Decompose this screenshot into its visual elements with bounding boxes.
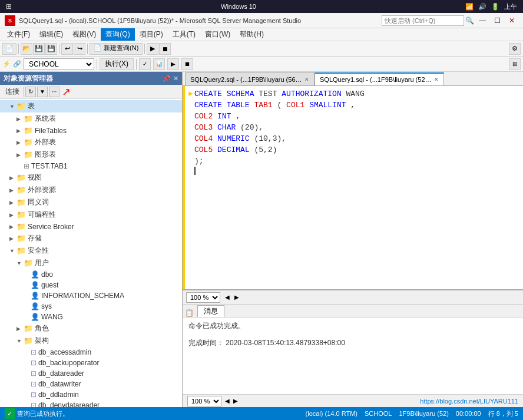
menu-view[interactable]: 视图(V) [68,28,101,41]
tab-sqlquery1-close[interactable]: ✕ [434,77,439,82]
folder-icon-prog: 📁 [16,210,26,219]
code-editor[interactable]: ► CREATE SCHEMA TEST AUTHORIZATION WANG … [183,86,523,289]
run-btn[interactable]: ▶ [167,58,179,70]
tree-item-test-tab1[interactable]: ⊞ TEST.TAB1 [0,161,182,171]
result-scroll-left[interactable]: ◀ [225,398,230,404]
close-btn[interactable]: ✕ [505,15,518,26]
tree-item-external-tables[interactable]: ▶ 📁 外部表 [0,136,182,148]
expand-icon-storage[interactable]: ▶ [9,236,16,242]
display-results-btn[interactable]: 📊 [153,58,165,70]
tree-item-roles[interactable]: ▶ 📁 角色 [0,322,182,335]
tab-sqlquery2[interactable]: SQLQuery2.sql - (...1F9B\liuyaru (56))* … [185,72,315,85]
expand-icon-filetables[interactable]: ▶ [16,128,24,134]
menu-query[interactable]: 查询(Q) [101,28,134,41]
tree-item-info-schema[interactable]: 👤 INFORMATION_SCHEMA [0,290,182,301]
db-selector[interactable]: SCHOOL [24,58,94,70]
menu-tools[interactable]: 工具(T) [168,28,200,41]
menu-edit[interactable]: 编辑(E) [35,28,68,41]
result-zoom-selector[interactable]: 100 % [187,396,221,406]
maximize-btn[interactable]: ☐ [491,15,504,26]
line-content-5: COL4 NUMERIC (10,3), [194,133,286,144]
expand-icon-views[interactable]: ▶ [9,175,16,181]
menu-help[interactable]: 帮助(H) [235,28,269,41]
explorer-close-icon[interactable]: ✕ [173,75,178,82]
tree-item-db-accessadmin[interactable]: ⊡ db_accessadmin [0,347,182,358]
stop-btn[interactable]: ⏹ [159,43,171,55]
expand-icon-security[interactable]: ▼ [9,248,16,254]
save-all-btn[interactable]: 💾 [45,43,57,55]
new-query-text-btn[interactable]: 📄 新建查询(N) [90,43,143,55]
tree-item-wang[interactable]: 👤 WANG [0,312,182,322]
save-btn[interactable]: 💾 [33,43,45,55]
tree-item-views[interactable]: ▶ 📁 视图 [0,171,182,184]
win-start-icon[interactable]: ⊞ [6,2,12,11]
menu-window[interactable]: 窗口(W) [200,28,235,41]
db-backupoperator-label: db_backupoperator [38,359,99,367]
result-scroll-right[interactable]: ▶ [233,398,238,404]
main-content: 对象资源管理器 📌 ✕ 连接 ↻ ▼ ··· ↗ ▼ 📁 表 [0,72,523,407]
parse-btn[interactable]: ✓ [139,58,151,70]
tab-sqlquery2-close[interactable]: ✕ [304,77,309,82]
tree-item-sys[interactable]: 👤 sys [0,301,182,312]
expand-icon-sb[interactable]: ▶ [9,224,16,230]
explorer-refresh-btn[interactable]: ↻ [25,87,36,97]
tree-item-filetables[interactable]: ▶ 📁 FileTables [0,125,182,136]
open-btn[interactable]: 📂 [21,43,32,55]
users-label: 用户 [35,258,49,268]
tree-item-security[interactable]: ▼ 📁 安全性 [0,244,182,257]
cancel-btn[interactable]: ⏹ [181,58,193,70]
tree-item-storage[interactable]: ▶ 📁 存储 [0,232,182,244]
expand-icon-external[interactable]: ▶ [16,140,24,145]
explorer-pin-icon[interactable]: 📌 [163,75,171,82]
menu-file[interactable]: 文件(F) [2,28,35,41]
tree-item-system-tables[interactable]: ▶ 📁 系统表 [0,113,182,125]
exec-button[interactable]: 执行(X) [100,58,134,70]
tree-item-db-denydatareader[interactable]: ⊡ db_denydatareader [0,400,182,407]
tree-item-users[interactable]: ▼ 📁 用户 [0,257,182,269]
tree-item-db-ddladmin[interactable]: ⊡ db_ddladmin [0,389,182,400]
quick-search-input[interactable] [382,15,464,26]
tree-item-tables[interactable]: ▼ 📁 表 [0,100,182,113]
new-query-btn[interactable]: 📄 [2,43,16,55]
scroll-right-icon[interactable]: ▶ [234,294,239,300]
expand-icon-graph[interactable]: ▶ [16,152,24,158]
tree-item-guest[interactable]: 👤 guest [0,280,182,290]
user-icon-guest: 👤 [31,281,39,289]
expand-icon-users[interactable]: ▼ [16,260,24,266]
redo-btn[interactable]: ↪ [74,43,85,55]
tree-item-programmability[interactable]: ▶ 📁 可编程性 [0,209,182,221]
expand-icon-synonyms[interactable]: ▶ [9,200,16,206]
schema-icon-datawriter: ⊡ [31,380,37,388]
scroll-left-icon[interactable]: ◀ [225,294,230,300]
expand-icon-ext-resources[interactable]: ▶ [9,187,16,193]
expand-icon-schemas[interactable]: ▼ [16,338,24,344]
undo-btn[interactable]: ↩ [61,43,73,55]
tree-item-db-datareader[interactable]: ⊡ db_datareader [0,368,182,379]
tree-item-graph-tables[interactable]: ▶ 📁 图形表 [0,148,182,161]
toolbar-extra1[interactable]: ⚙ [509,43,521,55]
tree-item-synonyms[interactable]: ▶ 📁 同义词 [0,196,182,209]
toolbar2-extra1[interactable]: ⊞ [509,58,521,70]
tab-sqlquery1[interactable]: SQLQuery1.sql - (...1F9B\liuyaru (52))* … [315,72,444,85]
tree-item-schemas[interactable]: ▼ 📁 架构 [0,335,182,347]
connect-label[interactable]: 连接 [2,86,22,97]
tree-item-external-resources[interactable]: ▶ 📁 外部资源 [0,184,182,196]
editor-zoom-selector[interactable]: 100 % [186,292,220,303]
tree-item-service-broker[interactable]: ▶ 📁 Service Broker [0,221,182,232]
synonyms-label: 同义词 [28,197,49,207]
debug-btn[interactable]: ▶ [147,43,158,55]
tree-item-db-datawriter[interactable]: ⊡ db_datawriter [0,379,182,389]
result-tab-messages[interactable]: 消息 [197,305,224,317]
search-icon[interactable]: 🔍 [465,16,474,25]
menu-project[interactable]: 项目(P) [135,28,168,41]
explorer-more-btn[interactable]: ··· [49,87,59,97]
expand-icon-prog[interactable]: ▶ [9,212,16,218]
explorer-filter-btn[interactable]: ▼ [37,87,48,97]
expand-icon-tables[interactable]: ▼ [9,104,16,110]
storage-label: 存储 [28,233,42,243]
tree-item-dbo[interactable]: 👤 dbo [0,269,182,280]
tree-item-db-backupoperator[interactable]: ⊡ db_backupoperator [0,358,182,368]
expand-icon-system-tables[interactable]: ▶ [16,116,24,122]
minimize-btn[interactable]: — [475,15,489,26]
expand-icon-roles[interactable]: ▶ [16,326,24,332]
